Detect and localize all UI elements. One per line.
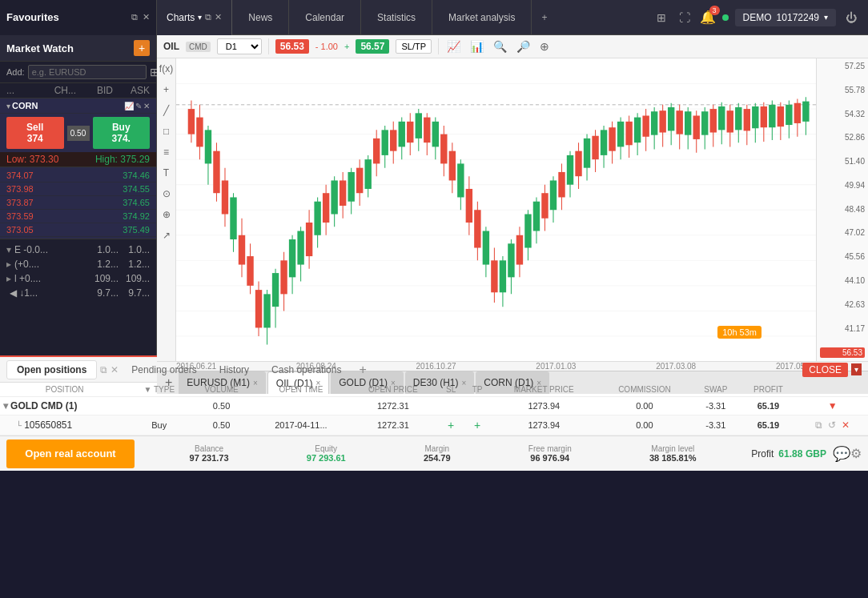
fibonacci-tool[interactable]: ≡ — [162, 145, 171, 159]
corn-instrument-row[interactable]: ▾ CORN 📈 ✎ ✕ — [0, 98, 156, 114]
close-de30-tab[interactable]: × — [461, 379, 466, 387]
charts-dropdown-icon[interactable]: ▾ — [198, 13, 202, 22]
sub-sl[interactable]: + — [438, 415, 464, 435]
svg-rect-56 — [364, 159, 371, 189]
svg-rect-54 — [356, 168, 363, 194]
account-dropdown-icon[interactable]: ▾ — [824, 13, 828, 22]
tab-market-analysis[interactable]: Market analysis — [432, 0, 532, 35]
spread-badge: 0.50 — [67, 126, 90, 141]
price-down-badge: 56.53 — [275, 39, 309, 54]
rect-tool[interactable]: □ — [162, 124, 171, 138]
sltp-button[interactable]: SL/TP — [396, 39, 432, 54]
profit-area: Profit 61.88 GBP — [751, 447, 833, 460]
svg-rect-24 — [230, 197, 236, 239]
charts-window-icon[interactable]: ⧉ — [205, 12, 211, 22]
positions-window-icon[interactable]: ⧉ — [100, 364, 107, 375]
tab-pending-orders[interactable]: Pending orders — [122, 361, 206, 379]
search-input[interactable] — [28, 65, 147, 79]
crosshair-icon[interactable]: ⊕ — [538, 38, 551, 54]
buy-button[interactable]: Buy 374. — [93, 117, 151, 149]
power-icon[interactable]: ⏻ — [842, 8, 860, 27]
time-badge: 10h 53m — [717, 326, 762, 339]
chat-icon[interactable]: 💬 — [833, 445, 850, 463]
date-4: 2017.01.03 — [536, 362, 576, 371]
svg-rect-40 — [297, 231, 303, 265]
price-up-badge: 56.57 — [356, 39, 389, 54]
sub-item-3[interactable]: ▸ l +0.... 109... 109... — [0, 271, 156, 286]
equity-value: 97 293.61 — [307, 453, 346, 463]
zoom-out-icon[interactable]: 🔍 — [492, 38, 508, 54]
indicator-tool[interactable]: ⊙ — [161, 187, 172, 201]
market-watch-title: Market Watch — [6, 42, 134, 54]
svg-rect-116 — [617, 122, 624, 147]
add-tab-button[interactable]: + — [532, 0, 557, 35]
svg-rect-20 — [213, 151, 219, 194]
svg-rect-134 — [693, 115, 700, 138]
close-eurusd-tab[interactable]: × — [253, 379, 258, 387]
corn-expand-icon[interactable]: ▾ — [6, 102, 10, 110]
layers-tool[interactable]: ⊕ — [161, 207, 172, 222]
close-dropdown-button[interactable]: ▾ — [851, 363, 862, 375]
svg-rect-60 — [382, 130, 388, 155]
favourites-window-icon[interactable]: ⧉ — [131, 12, 138, 22]
refresh-icon[interactable]: ↺ — [826, 418, 838, 432]
col-ch: CH... — [42, 85, 76, 96]
svg-rect-122 — [642, 115, 649, 136]
layout-icon[interactable]: ⊞ — [653, 8, 669, 27]
close-all-area: CLOSE ▾ — [802, 363, 862, 377]
settings-icon[interactable]: ⚙ — [850, 446, 862, 461]
plus-sign: + — [344, 42, 349, 51]
sub-item-2[interactable]: ▸ (+0.... 1.2... 1.2... — [0, 257, 156, 271]
svg-rect-26 — [239, 235, 245, 265]
svg-rect-62 — [390, 130, 396, 151]
add-instrument-button[interactable]: + — [134, 40, 150, 56]
free-margin-stat: Free margin 96 976.94 — [528, 444, 572, 463]
margin-value: 254.79 — [424, 453, 451, 463]
text-tool[interactable]: T — [162, 166, 171, 180]
zoom-in-icon[interactable]: 🔎 — [515, 38, 532, 54]
corn-delete-icon[interactable]: ✕ — [143, 102, 150, 110]
sell-button[interactable]: Sell 374 — [6, 117, 64, 149]
tab-statistics[interactable]: Statistics — [361, 0, 432, 35]
open-real-account-button[interactable]: Open real account — [6, 439, 135, 468]
tab-open-positions[interactable]: Open positions — [6, 360, 97, 379]
tab-news[interactable]: News — [232, 0, 289, 35]
margin-level-value: 38 185.81% — [649, 453, 697, 463]
delete-position-icon[interactable]: ✕ — [840, 418, 851, 432]
sub-tp[interactable]: + — [464, 415, 490, 435]
svg-rect-114 — [609, 127, 615, 151]
gold-expand-icon[interactable]: ▾ — [3, 400, 8, 411]
account-selector[interactable]: DEMO 10172249 ▾ — [735, 9, 836, 26]
copy-position-icon[interactable]: ⧉ — [814, 418, 824, 432]
tab-history[interactable]: History — [210, 361, 259, 379]
corn-edit-icon[interactable]: ✎ — [135, 102, 142, 110]
timeframe-select[interactable]: D1 H1 M1 M15 — [217, 38, 262, 54]
line-tool[interactable]: ╱ — [162, 103, 171, 118]
tab-cash-operations[interactable]: Cash operations — [262, 361, 351, 379]
corn-chart-icon[interactable]: 📈 — [124, 102, 134, 110]
share-tool[interactable]: ↗ — [161, 228, 172, 243]
crosshair-tool[interactable]: + — [162, 82, 171, 97]
positions-close-icon[interactable]: ✕ — [111, 364, 119, 375]
chart-area: OIL CMD D1 H1 M1 M15 56.53 - 1.00 + 56.5… — [157, 35, 868, 355]
tab-charts[interactable]: Charts ▾ ⧉ ✕ — [157, 0, 232, 35]
add-bottom-tab-button[interactable]: + — [354, 363, 371, 377]
fullscreen-icon[interactable]: ⛶ — [676, 8, 693, 27]
tab-calendar[interactable]: Calendar — [289, 0, 361, 35]
svg-rect-132 — [685, 111, 691, 134]
low-value: Low: 373.30 — [6, 154, 58, 165]
charts-close-icon[interactable]: ✕ — [215, 12, 222, 22]
table-row: └ 105650851 Buy 0.50 2017-04-11... 1272.… — [0, 415, 868, 435]
favourites-close-icon[interactable]: ✕ — [143, 12, 150, 22]
svg-rect-58 — [373, 138, 380, 164]
sub-item-4[interactable]: ◀ ↓1... 9.7... 9.7... — [0, 286, 156, 300]
close-all-button[interactable]: CLOSE — [802, 363, 848, 377]
sell-label: Sell — [13, 122, 58, 133]
svg-rect-124 — [651, 111, 657, 134]
price-row-4: 373.59 374.92 — [0, 210, 156, 223]
bar-chart-icon[interactable]: 📊 — [468, 38, 485, 54]
line-chart-icon[interactable]: 📈 — [445, 38, 462, 54]
svg-rect-96 — [533, 202, 540, 231]
notifications-button[interactable]: 🔔 3 — [700, 10, 716, 25]
sub-item-1[interactable]: ▾ E -0.0... 1.0... 1.0... — [0, 243, 156, 257]
